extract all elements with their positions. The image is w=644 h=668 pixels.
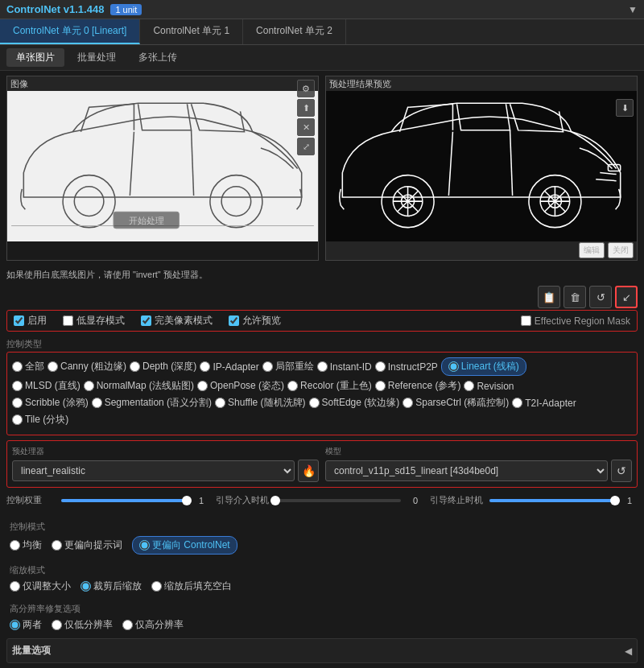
ct-inpaint[interactable]: 局部重绘 <box>262 360 314 373</box>
right-download-btn[interactable]: ⬇ <box>616 99 634 117</box>
svg-line-16 <box>510 130 513 195</box>
mode-controlnet-label: 更偏向 ControlNet <box>152 538 230 552</box>
start-time-track[interactable] <box>275 499 401 502</box>
left-image-panel: 图像 <box>6 76 319 261</box>
ct-openpose[interactable]: OpenPose (姿态) <box>197 379 284 393</box>
end-time-track[interactable] <box>489 499 615 502</box>
close-btn[interactable]: 关闭 <box>608 242 634 258</box>
perfect-pixel-checkbox-label[interactable]: 完美像素模式 <box>141 314 213 328</box>
ct-scribble[interactable]: Scribble (涂鸦) <box>12 396 89 410</box>
mode-controlnet[interactable]: 更偏向 ControlNet <box>132 536 237 555</box>
ct-lineart[interactable]: Lineart (线稿) <box>441 357 526 376</box>
control-mode-section: 控制模式 均衡 更偏向提示词 更偏向 ControlNet <box>6 517 638 558</box>
allow-preview-checkbox[interactable] <box>229 315 239 326</box>
right-image-panel: 预处理结果预览 <box>325 76 638 261</box>
left-settings-btn[interactable]: ⚙ <box>297 80 315 97</box>
ct-normalmap[interactable]: NormalMap (法线贴图) <box>84 379 194 393</box>
svg-point-0 <box>63 175 115 227</box>
batch-section[interactable]: 批量选项 ◀ <box>6 638 638 663</box>
processor-select[interactable]: lineart_realistic <box>12 460 295 481</box>
ct-mlsd[interactable]: MLSD (直线) <box>12 379 80 393</box>
sub-tab-batch[interactable]: 批量处理 <box>68 48 126 67</box>
ct-revision[interactable]: Revision <box>464 381 514 392</box>
hires-high-label: 仅高分辨率 <box>135 618 184 632</box>
edit-btn[interactable]: 编辑 <box>579 242 605 258</box>
toolbar-trash-btn[interactable]: 🗑 <box>564 286 586 308</box>
ct-shuffle-label: Shuffle (随机洗牌) <box>228 396 305 410</box>
sub-tab-single[interactable]: 单张图片 <box>6 48 64 67</box>
tab-controlnet-0[interactable]: ControlNet 单元 0 [Lineart] <box>0 19 140 44</box>
mode-prompt[interactable]: 更偏向提示词 <box>52 538 122 552</box>
resize-fill-label: 缩放后填充空白 <box>164 579 232 593</box>
right-panel-header: 预处理结果预览 <box>326 76 637 92</box>
perfect-pixel-label: 完美像素模式 <box>155 314 213 328</box>
batch-arrow: ◀ <box>625 645 632 657</box>
allow-preview-checkbox-label[interactable]: 允许预览 <box>229 314 281 328</box>
car-sketch-canvas[interactable]: 开始处理 ⚙ ⬆ ✕ ⤢ <box>7 92 318 241</box>
sub-tabs: 单张图片 批量处理 多张上传 <box>0 45 644 71</box>
right-panel-title: 预处理结果预览 <box>329 78 391 90</box>
ct-instant-id[interactable]: Instant-ID <box>317 361 372 373</box>
toolbar-refresh-btn[interactable]: ↺ <box>589 286 612 308</box>
mode-prompt-label: 更偏向提示词 <box>64 538 122 552</box>
sub-tab-multi[interactable]: 多张上传 <box>129 48 187 67</box>
left-image-controls: ⚙ ⬆ ✕ ⤢ <box>297 80 315 155</box>
resize-crop[interactable]: 裁剪后缩放 <box>80 579 142 593</box>
ct-ip-adapter[interactable]: IP-Adapter <box>200 361 258 373</box>
ct-shuffle[interactable]: Shuffle (随机洗牌) <box>215 396 305 410</box>
control-type-label: 控制类型 <box>0 335 644 352</box>
ct-depth[interactable]: Depth (深度) <box>130 360 196 373</box>
processor-group: 预处理器 lineart_realistic 🔥 <box>12 446 319 482</box>
ct-t2i[interactable]: T2I-Adapter <box>512 398 576 409</box>
resize-fill[interactable]: 缩放后填充空白 <box>151 579 232 593</box>
enable-checkbox-label[interactable]: 启用 <box>14 314 47 328</box>
ct-row-1: 全部 Canny (粗边缘) Depth (深度) IP-Adapter 局部重… <box>12 357 632 376</box>
ct-canny[interactable]: Canny (粗边缘) <box>47 360 126 373</box>
model-select[interactable]: control_v11p_sd15_lineart [43d4be0d] <box>325 460 608 481</box>
ct-tile[interactable]: Tile (分块) <box>12 413 68 427</box>
ct-recolor[interactable]: Recolor (重上色) <box>287 379 372 393</box>
left-zoom-btn[interactable]: ⤢ <box>297 138 315 155</box>
ct-instant-label: Instant-ID <box>330 361 372 373</box>
low-vram-checkbox[interactable] <box>63 315 73 326</box>
toolbar-doc-btn[interactable]: 📋 <box>538 286 560 308</box>
hires-high[interactable]: 仅高分辨率 <box>122 618 184 632</box>
title-arrow[interactable]: ▼ <box>628 4 638 15</box>
tab-controlnet-2[interactable]: ControlNet 单元 2 <box>243 19 346 44</box>
processor-fire-btn[interactable]: 🔥 <box>298 460 319 482</box>
toolbar-arrow-btn[interactable]: ↙ <box>615 286 638 308</box>
end-time-label: 引导终止时机 <box>430 494 483 506</box>
model-refresh-btn[interactable]: ↺ <box>611 460 632 482</box>
ct-instruct-label: InstructP2P <box>388 361 438 373</box>
hires-row: 两者 仅低分辨率 仅高分辨率 <box>10 618 634 632</box>
perfect-pixel-checkbox[interactable] <box>141 315 151 326</box>
resize-only[interactable]: 仅调整大小 <box>10 579 71 593</box>
tab-controlnet-1[interactable]: ControlNet 单元 1 <box>140 19 243 44</box>
mode-balanced[interactable]: 均衡 <box>10 538 42 552</box>
svg-text:开始处理: 开始处理 <box>129 215 164 225</box>
resize-mode-section: 缩放模式 仅调整大小 裁剪后缩放 缩放后填充空白 <box>6 561 638 596</box>
ct-softedge[interactable]: SoftEdge (软边缘) <box>309 396 400 410</box>
ct-t2i-label: T2I-Adapter <box>525 398 576 409</box>
ct-sparsectrl[interactable]: SparseCtrl (稀疏控制) <box>402 396 509 410</box>
enable-checkbox[interactable] <box>14 315 24 326</box>
ct-all[interactable]: 全部 <box>12 360 44 373</box>
hires-low[interactable]: 仅低分辨率 <box>52 618 113 632</box>
low-vram-checkbox-label[interactable]: 低显存模式 <box>63 314 125 328</box>
control-weight-track[interactable] <box>61 499 187 502</box>
image-section: 图像 <box>0 71 644 266</box>
hires-both[interactable]: 两者 <box>10 618 42 632</box>
car-processed-canvas[interactable] <box>326 92 637 241</box>
left-upload-btn[interactable]: ⬆ <box>297 99 315 117</box>
resize-crop-label: 裁剪后缩放 <box>93 579 142 593</box>
ct-row-2: MLSD (直线) NormalMap (法线贴图) OpenPose (姿态)… <box>12 379 632 393</box>
ct-all-label: 全部 <box>25 360 44 373</box>
svg-point-1 <box>74 186 104 216</box>
ct-segmentation[interactable]: Segmentation (语义分割) <box>92 396 212 410</box>
left-close-btn[interactable]: ✕ <box>297 118 315 136</box>
ct-instruct[interactable]: InstructP2P <box>375 361 438 373</box>
effective-region-checkbox-label[interactable]: Effective Region Mask <box>521 315 630 327</box>
effective-region-checkbox[interactable] <box>521 315 531 326</box>
ct-reference[interactable]: Reference (参考) <box>375 379 461 393</box>
title-bar: ControlNet v1.1.448 1 unit ▼ <box>0 0 644 19</box>
